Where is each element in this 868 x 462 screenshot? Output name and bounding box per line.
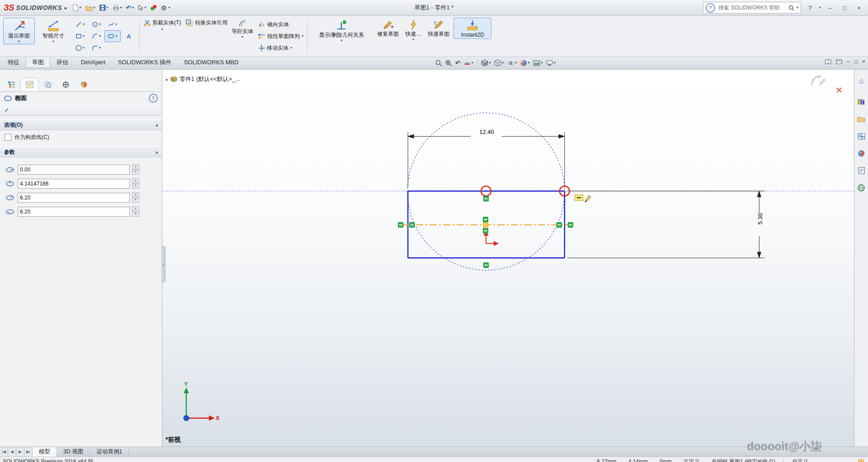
spin-down-icon[interactable]: ▾ [132, 212, 139, 217]
spin-up-icon[interactable]: ▴ [132, 178, 139, 183]
spin-up-icon[interactable]: ▴ [132, 206, 139, 211]
propertymanager-tab[interactable] [20, 78, 38, 91]
convert-entities-button[interactable]: 转换实体引用 [184, 18, 229, 28]
hide-show-items-button[interactable]: ▾ [506, 60, 518, 66]
tab-3d-views[interactable]: 3D 视图 [57, 447, 90, 457]
apply-scene-button[interactable]: ▾ [532, 60, 544, 67]
tab-addins[interactable]: SOLIDWORKS 插件 [112, 57, 178, 68]
rebuild-button[interactable] [149, 2, 158, 13]
circle-tool-button[interactable]: ▾ [88, 19, 104, 30]
tab-features[interactable]: 特征 [1, 57, 26, 68]
tree-expand-icon[interactable]: ▸ [166, 77, 168, 82]
view-palette-tab[interactable] [855, 130, 867, 142]
trim-entities-button[interactable]: 剪裁实体(T) [142, 18, 182, 28]
new-window-icon[interactable] [836, 59, 842, 64]
split-pane-icon[interactable] [825, 59, 831, 64]
zoom-fit-button[interactable] [434, 59, 443, 67]
help-caret-icon[interactable]: ▾ [819, 6, 821, 10]
line-tool-button[interactable]: ▾ [72, 19, 88, 30]
rapid-sketch-button[interactable]: 快速草图 [426, 18, 451, 37]
help-button[interactable]: ? [805, 3, 816, 13]
print-button[interactable]: ▾ [111, 2, 123, 13]
parameters-group-header[interactable]: 参数 ▴ [0, 147, 162, 157]
panel-splitter-handle[interactable]: ‖ [161, 246, 165, 282]
height-dimension[interactable] [567, 191, 764, 258]
doc-close-button[interactable]: × [862, 58, 865, 65]
rectangle-tool-button[interactable]: ▾ [72, 30, 88, 42]
file-explorer-tab[interactable] [855, 113, 867, 125]
tab-evaluate[interactable]: 评估 [50, 57, 75, 68]
offset-entities-button[interactable]: 等距实体 ▾ [231, 18, 254, 39]
search-icon[interactable] [788, 5, 794, 11]
spline-tool-button[interactable]: ▾ [104, 19, 121, 30]
undo-button[interactable]: ↶ ▾ [125, 2, 136, 13]
spin-down-icon[interactable]: ▾ [132, 198, 139, 203]
open-button[interactable]: ▾ [84, 2, 97, 13]
spin-down-icon[interactable]: ▾ [132, 184, 139, 189]
tab-mbd[interactable]: SOLIDWORKS MBD [178, 57, 245, 68]
polygon-tool-button[interactable]: ▾ [72, 42, 88, 54]
display-style-button[interactable]: ▾ [493, 59, 505, 67]
configurationmanager-tab[interactable] [38, 78, 57, 91]
instant2d-button[interactable]: Instant2D [453, 18, 491, 39]
mirror-entities-button[interactable]: 镜向实体 [257, 19, 305, 29]
featuremanager-tree-tab[interactable] [2, 78, 20, 91]
options-button[interactable]: ▾ [159, 2, 171, 13]
options-group-header[interactable]: 选项(O) ▴ [0, 119, 162, 130]
move-entities-button[interactable]: 移动实体 ▾ [257, 43, 305, 53]
select-button[interactable]: ▾ [137, 2, 147, 13]
scroll-first-button[interactable]: |◀ [0, 447, 8, 457]
ellipse-tool-button[interactable]: ▾ [104, 30, 121, 42]
design-library-tab[interactable] [855, 96, 867, 108]
spin-up-icon[interactable]: ▴ [132, 164, 139, 169]
width-dimension-value[interactable]: 12.40 [471, 129, 502, 135]
search-caret-icon[interactable]: ▾ [797, 6, 798, 10]
doc-minimize-button[interactable]: – [847, 58, 850, 65]
tab-motion-study[interactable]: 运动算例1 [90, 447, 129, 457]
quick-snaps-button[interactable]: 快速… ▾ [403, 18, 424, 42]
height-dimension-value[interactable]: 5.30 [757, 206, 764, 232]
previous-view-button[interactable]: ↶ [454, 59, 462, 67]
construction-line-checkbox[interactable] [5, 134, 11, 141]
search-input[interactable] [717, 4, 786, 11]
text-tool-button[interactable]: A [121, 30, 137, 42]
scroll-last-button[interactable]: ▶| [24, 447, 33, 457]
dimxpertmanager-tab[interactable] [57, 78, 75, 91]
graphics-tree-item[interactable]: ▸ 零件1 (默认<<默认>_... [166, 75, 240, 83]
doc-restore-button[interactable]: □ [854, 58, 858, 65]
view-settings-button[interactable]: ▾ [545, 60, 557, 67]
panel-help-icon[interactable]: ? [149, 94, 158, 103]
tab-sketch[interactable]: 草图 [26, 57, 50, 68]
resources-home-tab[interactable]: ⌂ [855, 75, 867, 87]
scroll-next-button[interactable]: ▶ [16, 447, 24, 457]
cancel-sketch-icon[interactable]: × [836, 85, 842, 95]
spin-down-icon[interactable]: ▾ [132, 170, 139, 175]
arc-tool-button[interactable]: ▾ [88, 30, 104, 42]
zoom-area-button[interactable] [444, 59, 453, 67]
exit-sketch-button[interactable]: 退出草图 ▾ [3, 18, 35, 44]
spin-up-icon[interactable]: ▴ [132, 192, 139, 197]
radius2-input[interactable] [18, 207, 130, 217]
linear-pattern-button[interactable]: 线性草图阵列 ▾ [257, 31, 305, 41]
width-dimension[interactable] [408, 132, 565, 187]
edit-appearance-button[interactable]: ▾ [519, 59, 531, 67]
help-circle-icon[interactable]: ? [706, 3, 715, 13]
menu-expand-icon[interactable]: ▸ [65, 5, 67, 11]
smart-dimension-button[interactable]: 智能尺寸 ▾ [38, 18, 69, 44]
repair-sketch-button[interactable]: 修复草图 [376, 18, 400, 37]
new-document-button[interactable]: ▾ [71, 2, 83, 13]
graphics-viewport[interactable]: ▸ 零件1 (默认<<默认>_... 12.40 5.30 × Y X [162, 70, 854, 447]
section-view-button[interactable]: ▾ [463, 59, 474, 67]
appearances-tab[interactable] [855, 148, 867, 159]
close-button[interactable]: × [854, 3, 864, 13]
save-button[interactable]: ▾ [98, 2, 110, 13]
custom-properties-tab[interactable] [855, 165, 867, 176]
forum-tab[interactable] [855, 182, 867, 194]
center-y-input[interactable] [18, 179, 130, 189]
maximize-button[interactable]: □ [839, 3, 850, 13]
scroll-prev-button[interactable]: ◀ [8, 447, 16, 457]
displaymanager-tab[interactable] [75, 78, 93, 91]
view-orientation-button[interactable]: ▾ [480, 59, 492, 67]
minimize-button[interactable]: – [825, 3, 835, 13]
ok-check-icon[interactable]: ✓ [4, 106, 9, 114]
